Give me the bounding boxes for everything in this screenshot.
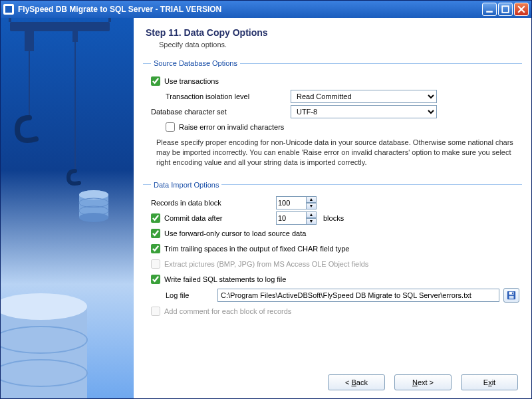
svg-rect-21 bbox=[512, 292, 513, 294]
source-database-options-group: Source Database Options Use transactions… bbox=[143, 59, 522, 173]
use-transactions-label: Use transactions bbox=[164, 77, 219, 85]
window-title: FlySpeed DB Migrate to SQL Server - TRIA… bbox=[18, 5, 221, 14]
add-comment-label: Add comment for each block of records bbox=[164, 307, 291, 315]
maximize-button[interactable] bbox=[498, 3, 513, 16]
commit-after-checkbox[interactable] bbox=[151, 213, 160, 223]
page-title: Step 11. Data Copy Options bbox=[146, 27, 522, 38]
records-spin-up[interactable]: ▲ bbox=[306, 196, 317, 203]
write-failed-sql-checkbox[interactable] bbox=[151, 275, 160, 284]
svg-rect-3 bbox=[25, 31, 34, 51]
close-button[interactable] bbox=[514, 3, 529, 16]
extract-pictures-label: Extract pictures (BMP, JPG) from MS Acce… bbox=[164, 260, 368, 268]
forward-only-checkbox[interactable] bbox=[151, 229, 160, 238]
maximize-icon bbox=[501, 5, 509, 13]
commit-after-input[interactable] bbox=[276, 211, 307, 225]
back-button[interactable]: < Back bbox=[328, 374, 385, 390]
app-window: FlySpeed DB Migrate to SQL Server - TRIA… bbox=[0, 0, 532, 399]
charset-label: Database character set bbox=[151, 108, 291, 116]
isolation-level-label: Transaction isolation level bbox=[166, 92, 291, 100]
log-file-label: Log file bbox=[166, 291, 217, 299]
extract-pictures-checkbox bbox=[151, 259, 160, 269]
save-icon bbox=[507, 291, 516, 300]
svg-rect-0 bbox=[486, 11, 493, 12]
write-failed-sql-label: Write failed SQL statements to log file bbox=[164, 275, 286, 283]
trim-trailing-label: Trim trailing spaces in the output of fi… bbox=[164, 245, 349, 253]
browse-log-file-button[interactable] bbox=[503, 288, 519, 303]
exit-button[interactable]: Exit bbox=[461, 374, 518, 390]
commit-after-label: Commit data after bbox=[164, 214, 276, 222]
wizard-artwork bbox=[1, 18, 134, 398]
svg-rect-20 bbox=[509, 295, 514, 298]
next-button[interactable]: Next > bbox=[394, 374, 452, 390]
raise-error-checkbox[interactable] bbox=[166, 122, 175, 132]
app-icon bbox=[3, 4, 14, 15]
commit-spin-up[interactable]: ▲ bbox=[306, 211, 317, 218]
use-transactions-checkbox[interactable] bbox=[151, 76, 160, 86]
records-in-block-label: Records in data block bbox=[151, 199, 276, 207]
minimize-button[interactable] bbox=[482, 3, 497, 16]
commit-spin-down[interactable]: ▼ bbox=[306, 218, 317, 225]
data-import-options-group: Data Import Options Records in data bloc… bbox=[143, 181, 522, 324]
add-comment-checkbox bbox=[151, 307, 160, 316]
trim-trailing-checkbox[interactable] bbox=[151, 244, 160, 253]
raise-error-label: Raise error on invalid characters bbox=[179, 123, 284, 131]
log-file-input[interactable] bbox=[217, 289, 499, 302]
wizard-nav: < Back Next > Exit bbox=[143, 368, 522, 393]
charset-select[interactable]: UTF-8 bbox=[291, 105, 437, 118]
page-subtitle: Specify data options. bbox=[159, 41, 522, 49]
import-group-legend: Data Import Options bbox=[151, 181, 221, 189]
records-in-block-input[interactable] bbox=[276, 196, 307, 209]
forward-only-label: Use forward-only cursor to load source d… bbox=[164, 229, 306, 237]
isolation-level-select[interactable]: Read Committed bbox=[291, 90, 437, 103]
wizard-page: Step 11. Data Copy Options Specify data … bbox=[134, 18, 531, 398]
svg-rect-5 bbox=[72, 31, 78, 42]
svg-rect-2 bbox=[10, 22, 110, 31]
source-group-legend: Source Database Options bbox=[151, 59, 240, 67]
records-spin-down[interactable]: ▼ bbox=[306, 203, 317, 209]
commit-suffix: blocks bbox=[323, 214, 344, 222]
minimize-icon bbox=[485, 5, 493, 13]
encoding-help-text: Please specify proper encoding for non-U… bbox=[156, 138, 519, 168]
svg-rect-1 bbox=[502, 6, 509, 13]
close-icon bbox=[517, 5, 525, 13]
titlebar[interactable]: FlySpeed DB Migrate to SQL Server - TRIA… bbox=[1, 1, 531, 18]
